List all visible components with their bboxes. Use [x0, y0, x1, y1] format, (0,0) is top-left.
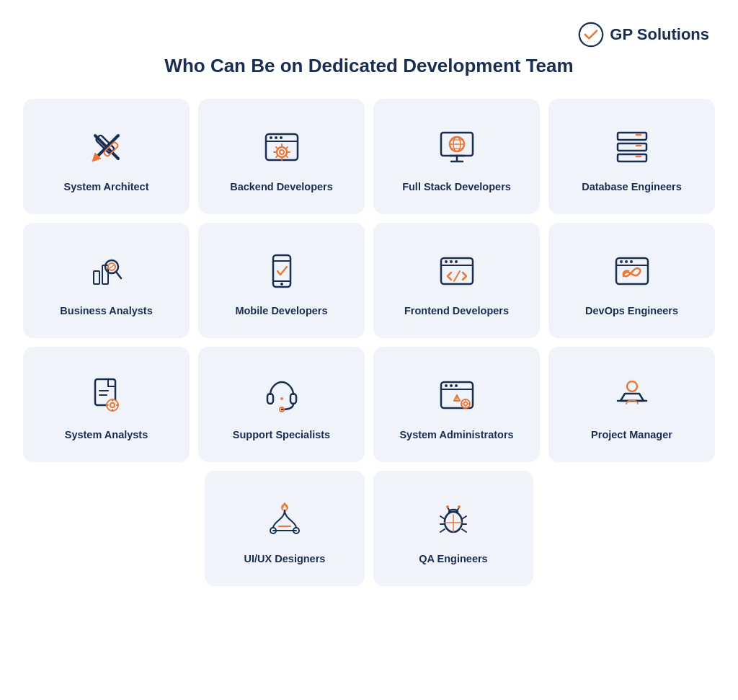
svg-point-10: [280, 136, 283, 139]
svg-rect-32: [618, 154, 646, 161]
svg-point-95: [458, 505, 461, 508]
svg-point-45: [280, 283, 283, 285]
card-ui-ux-designers: UI/UX Designers: [205, 471, 365, 586]
card-qa-engineers: QA Engineers: [373, 471, 533, 586]
system-analysts-label: System Analysts: [65, 428, 148, 442]
card-database-engineers: Database Engineers: [548, 99, 715, 214]
card-mobile-developers: Mobile Developers: [198, 223, 365, 338]
card-support-specialists: Support Specialists: [198, 347, 365, 462]
card-business-analysts: Business Analysts: [23, 223, 190, 338]
svg-line-20: [275, 155, 277, 156]
devops-engineers-label: DevOps Engineers: [585, 304, 678, 318]
backend-icon: [259, 124, 305, 170]
svg-point-56: [630, 260, 633, 263]
full-stack-developers-label: Full Stack Developers: [402, 180, 511, 194]
mobile-developers-label: Mobile Developers: [235, 304, 327, 318]
devops-icon: [609, 248, 655, 294]
sysadmin-icon: [434, 372, 480, 418]
logo-area: GP Solutions: [22, 14, 716, 48]
row4-container: UI/UX Designers: [23, 471, 715, 586]
fullstack-icon: [434, 124, 480, 170]
page-title: Who Can Be on Dedicated Development Team: [22, 55, 716, 77]
svg-line-101: [462, 529, 466, 532]
card-system-architect: System Architect: [23, 99, 190, 214]
qa-icon: [430, 496, 476, 542]
architect-icon: [84, 124, 130, 170]
card-backend-developers: Backend Developers: [198, 99, 365, 214]
sysanalyst-icon: [84, 372, 130, 418]
database-icon: [609, 124, 655, 170]
svg-point-55: [625, 260, 628, 263]
svg-rect-67: [290, 394, 296, 404]
svg-point-76: [456, 399, 458, 401]
business-icon: [84, 248, 130, 294]
svg-line-96: [440, 516, 445, 519]
system-architect-label: System Architect: [64, 180, 149, 194]
card-system-analysts: System Analysts: [23, 347, 190, 462]
svg-rect-30: [618, 133, 646, 140]
business-analysts-label: Business Analysts: [60, 304, 152, 318]
frontend-developers-label: Frontend Developers: [404, 304, 509, 318]
svg-line-97: [462, 516, 466, 519]
svg-line-19: [285, 146, 287, 148]
svg-line-41: [110, 265, 114, 268]
page: GP Solutions Who Can Be on Dedicated Dev…: [0, 0, 738, 700]
svg-line-40: [116, 272, 121, 278]
svg-point-94: [446, 505, 449, 508]
backend-developers-label: Backend Developers: [230, 180, 333, 194]
uidesign-icon: [262, 496, 308, 542]
database-engineers-label: Database Engineers: [582, 180, 682, 194]
svg-point-85: [627, 381, 637, 391]
svg-point-54: [620, 260, 623, 263]
frontend-icon: [434, 248, 480, 294]
svg-line-51: [454, 271, 460, 281]
cards-grid: System Architect: [23, 99, 715, 586]
support-specialists-label: Support Specialists: [233, 428, 330, 442]
mobile-icon: [259, 248, 305, 294]
svg-line-18: [285, 155, 287, 156]
svg-point-48: [445, 260, 448, 263]
logo-icon: [578, 22, 604, 48]
svg-rect-31: [618, 143, 646, 151]
svg-line-17: [275, 146, 277, 148]
system-administrators-label: System Administrators: [399, 428, 513, 442]
logo-text: GP Solutions: [610, 25, 709, 44]
svg-point-49: [450, 260, 453, 263]
svg-rect-36: [94, 271, 99, 284]
svg-point-69: [280, 397, 283, 400]
support-icon: [259, 372, 305, 418]
card-system-administrators: System Administrators: [373, 347, 540, 462]
ui-ux-designers-label: UI/UX Designers: [244, 552, 326, 566]
svg-rect-42: [273, 255, 290, 287]
svg-line-100: [440, 529, 445, 532]
card-full-stack-developers: Full Stack Developers: [373, 99, 540, 214]
card-frontend-developers: Frontend Developers: [373, 223, 540, 338]
card-project-manager: Project Manager: [548, 347, 715, 462]
projectmanager-icon: [609, 372, 655, 418]
svg-point-0: [579, 23, 603, 46]
svg-point-72: [445, 384, 448, 387]
qa-engineers-label: QA Engineers: [419, 552, 487, 566]
svg-point-73: [450, 384, 453, 387]
svg-point-11: [277, 147, 287, 157]
svg-point-9: [275, 136, 277, 139]
svg-point-74: [455, 384, 458, 387]
project-manager-label: Project Manager: [591, 428, 672, 442]
card-devops-engineers: DevOps Engineers: [548, 223, 715, 338]
svg-point-12: [280, 150, 284, 154]
svg-point-50: [455, 260, 458, 263]
svg-rect-66: [267, 394, 273, 404]
svg-point-8: [270, 136, 272, 139]
